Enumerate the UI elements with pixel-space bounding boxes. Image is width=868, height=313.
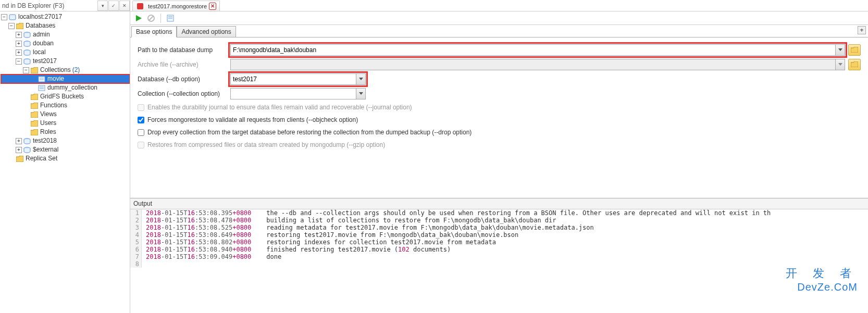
output-pane: Output 12018-01-15T16:53:08.395+0800 the…	[130, 198, 868, 313]
tree-item[interactable]: +$external	[1, 145, 130, 154]
folder-icon	[30, 129, 39, 136]
db-icon	[23, 40, 31, 47]
tree-label: dummy_collection	[47, 83, 97, 92]
tree-label: Databases	[26, 21, 55, 30]
tree-item[interactable]: −Databases	[1, 21, 130, 30]
archive-browse-button[interactable]	[848, 59, 861, 70]
svg-marker-23	[359, 92, 363, 95]
stop-button[interactable]	[146, 13, 156, 23]
tree-label: Roles	[40, 128, 56, 136]
run-button[interactable]	[133, 13, 144, 23]
tree-label: douban	[33, 39, 54, 48]
main-panel: test2017.mongorestore ✕ Base options Adv…	[130, 0, 868, 313]
db-icon	[23, 137, 31, 145]
svg-marker-20	[838, 48, 842, 51]
db-icon	[23, 31, 31, 39]
tree-item[interactable]: Views	[1, 110, 130, 119]
output-line: 42018-01-15T16:53:08.649+0800 restoring …	[130, 231, 868, 239]
tree-item[interactable]: +douban	[1, 39, 130, 48]
tree-item[interactable]: Roles	[1, 128, 130, 136]
archive-input	[231, 61, 835, 68]
folder-icon	[30, 67, 39, 74]
output-line: 22018-01-15T16:53:08.478+0800 building a…	[130, 217, 868, 224]
path-input[interactable]	[231, 46, 835, 54]
database-combo[interactable]	[230, 73, 366, 85]
db-explorer-search-input[interactable]	[0, 1, 97, 10]
drop-label: Drop every collection from the target da…	[147, 129, 472, 136]
objcheck-check-row[interactable]: Forces mongorestore to validate all requ…	[138, 114, 861, 126]
db-icon	[23, 58, 31, 65]
drop-check-row[interactable]: Drop every collection from the target da…	[138, 126, 861, 139]
tree-item[interactable]: movie	[1, 74, 130, 83]
svg-marker-21	[838, 63, 842, 66]
tree-label: localhost:27017	[18, 12, 62, 21]
check-button[interactable]: ✓	[108, 1, 119, 11]
path-browse-button[interactable]	[848, 44, 861, 56]
collection-input[interactable]	[231, 90, 356, 97]
tree-item[interactable]: +local	[1, 48, 130, 57]
folder-icon	[30, 93, 39, 101]
archive-dropdown-button[interactable]	[835, 59, 845, 70]
host-icon	[8, 14, 17, 21]
folder-icon	[30, 111, 39, 118]
output-body[interactable]: 12018-01-15T16:53:08.395+0800 the --db a…	[130, 209, 868, 313]
tree-label: admin	[33, 30, 50, 39]
output-line: 62018-01-15T16:53:08.940+0800 finished r…	[130, 246, 868, 253]
db-explorer-header: ▾ ✓ ✕	[0, 0, 130, 11]
close-button[interactable]: ✕	[119, 1, 130, 11]
tree-item[interactable]: Replica Set	[1, 154, 130, 163]
editor-tab[interactable]: test2017.mongorestore ✕	[132, 1, 220, 11]
svg-rect-0	[9, 15, 16, 20]
tab-advanced-options[interactable]: Advanced options	[177, 26, 235, 37]
gzip-checkbox	[138, 142, 144, 148]
svg-marker-22	[359, 78, 363, 80]
output-line: 8	[130, 260, 868, 268]
collection-combo[interactable]	[230, 88, 366, 99]
svg-line-16	[149, 16, 153, 20]
script-button[interactable]	[165, 13, 176, 23]
tree-label: local	[33, 48, 46, 57]
option-tabs: Base options Advanced options +	[130, 25, 868, 37]
tree-item[interactable]: dummy_collection	[1, 83, 130, 92]
db-tree[interactable]: − localhost:27017 −Databases+admin+douba…	[0, 11, 130, 313]
db-icon	[23, 146, 31, 154]
add-tab-button[interactable]: +	[858, 26, 866, 34]
dropdown-button[interactable]: ▾	[97, 1, 108, 11]
database-label: Database (--db option)	[138, 76, 230, 83]
objcheck-checkbox[interactable]	[138, 117, 144, 123]
tree-item[interactable]: Functions	[1, 101, 130, 110]
collection-dropdown-button[interactable]	[356, 89, 365, 99]
tree-item[interactable]: −test2017	[1, 57, 130, 66]
tree-item[interactable]: Users	[1, 119, 130, 128]
folder-icon	[16, 155, 24, 162]
tree-label: GridFS Buckets	[40, 92, 84, 101]
database-input[interactable]	[231, 76, 356, 83]
close-icon[interactable]: ✕	[209, 3, 216, 10]
tree-item[interactable]: +test2018	[1, 136, 130, 145]
folder-icon	[30, 120, 39, 127]
database-dropdown-button[interactable]	[356, 74, 365, 84]
db-icon	[23, 49, 31, 56]
path-label: Path to the database dump	[138, 46, 230, 54]
tree-host[interactable]: − localhost:27017	[1, 12, 130, 21]
journal-label: Enables the durability journal to ensure…	[147, 104, 412, 111]
restore-form: Path to the database dump Archive file (…	[130, 37, 868, 156]
editor-tabbar: test2017.mongorestore ✕	[130, 0, 868, 11]
db-explorer-panel: ▾ ✓ ✕ − localhost:27017 −Databases+admin…	[0, 0, 130, 313]
output-title: Output	[130, 198, 868, 209]
journal-check-row: Enables the durability journal to ensure…	[138, 101, 861, 114]
tab-base-options[interactable]: Base options	[131, 26, 177, 37]
tree-item[interactable]: −Collections(2)	[1, 66, 130, 74]
tree-item[interactable]: +admin	[1, 30, 130, 39]
tree-label: test2018	[33, 136, 57, 145]
tree-label: Views	[40, 110, 57, 119]
path-dropdown-button[interactable]	[835, 45, 845, 55]
output-line: 52018-01-15T16:53:08.802+0800 restoring …	[130, 239, 868, 246]
tree-item[interactable]: GridFS Buckets	[1, 92, 130, 101]
tree-label: test2017	[33, 57, 57, 66]
drop-checkbox[interactable]	[138, 129, 144, 136]
output-line: 72018-01-15T16:53:09.049+0800 done	[130, 253, 868, 260]
path-input-wrap	[230, 44, 845, 56]
tree-label: Functions	[40, 101, 67, 110]
editor-tab-label: test2017.mongorestore	[148, 3, 207, 9]
